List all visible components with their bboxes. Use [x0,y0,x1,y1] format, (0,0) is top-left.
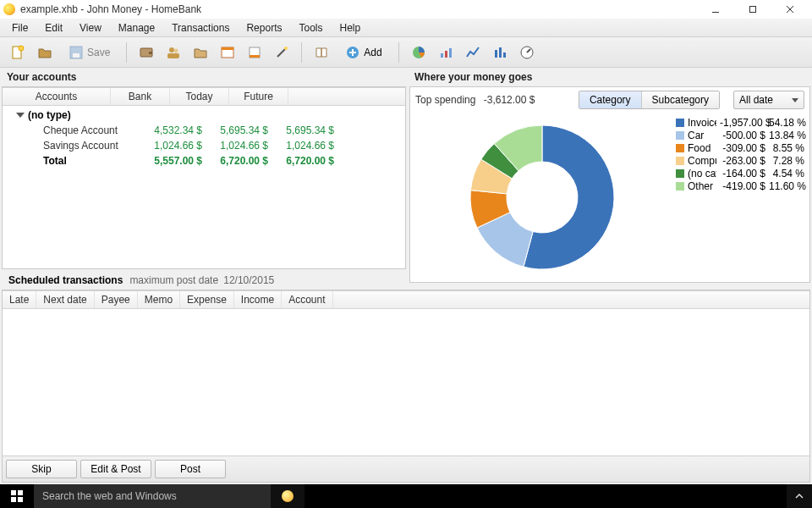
manage-accounts-button[interactable] [135,41,157,64]
menu-tools[interactable]: Tools [292,20,329,36]
legend-label: Car [688,130,716,141]
accounts-group-notype[interactable]: (no type) [3,108,405,123]
window-maximize-button[interactable] [734,1,771,18]
save-button[interactable]: Save [61,41,118,64]
window-close-button[interactable] [771,1,809,18]
svg-rect-34 [18,497,23,502]
start-button[interactable] [0,484,34,508]
top-spending-text: Top spending [415,94,475,106]
sched-col-income[interactable]: Income [234,291,282,308]
menu-file[interactable]: File [5,20,35,36]
accounts-col-accounts[interactable]: Accounts [3,88,111,105]
menu-help[interactable]: Help [333,20,368,36]
spending-legend: Invoices-1,957.00 $54.18 %Car-500.00 $13… [674,113,809,282]
new-file-icon [10,45,25,60]
report-vehicle-button[interactable] [516,41,538,64]
account-row-savings[interactable]: Savings Account 1,024.66 $ 1,024.66 $ 1,… [3,138,405,153]
legend-row[interactable]: Food-309.00 $8.55 % [676,141,804,154]
legend-amount: -1,957.00 $ [720,117,765,129]
account-bank: 1,024.66 $ [136,140,202,152]
manage-categories-button[interactable] [189,41,211,64]
skip-button[interactable]: Skip [6,460,77,478]
gauge-icon [519,45,535,60]
account-row-cheque[interactable]: Cheque Account 4,532.34 $ 5,695.34 $ 5,6… [3,123,405,138]
manage-assign-button[interactable] [271,41,293,64]
legend-row[interactable]: Other-419.00 $11.60 % [676,179,804,192]
total-future: 6,720.00 $ [268,155,334,167]
legend-label: Other [688,180,716,192]
legend-label: Food [688,142,716,154]
post-button[interactable]: Post [155,460,226,478]
open-file-button[interactable] [34,41,56,64]
add-transaction-button[interactable]: Add [337,41,389,64]
report-stats-button[interactable] [408,41,430,64]
new-file-button[interactable] [7,41,29,64]
menu-transactions[interactable]: Transactions [165,20,236,36]
report-balance-button[interactable] [462,41,484,64]
edit-post-button[interactable]: Edit & Post [80,460,151,478]
accounts-col-bank[interactable]: Bank [111,88,170,105]
report-trend-button[interactable] [435,41,457,64]
total-bank: 5,557.00 $ [136,155,202,167]
svg-rect-26 [495,50,497,58]
svg-rect-23 [441,53,443,58]
top-spending-amount: -3,612.00 $ [484,94,535,106]
date-range-select[interactable]: All date [733,91,804,109]
legend-row[interactable]: Car-500.00 $13.84 % [676,129,804,141]
account-today: 1,024.66 $ [202,140,268,152]
sched-col-memo[interactable]: Memo [138,291,180,308]
spending-panel: Top spending -3,612.00 $ Category Subcat… [409,86,810,283]
pie-chart-icon [411,45,426,60]
wallet-icon [139,45,154,60]
accounts-panel: Accounts Bank Today Future (no type) Che… [2,86,406,269]
accounts-col-future[interactable]: Future [229,88,288,105]
segment-subcategory[interactable]: Subcategory [642,91,719,108]
sched-col-payee[interactable]: Payee [95,291,138,308]
segment-category[interactable]: Category [579,91,642,108]
legend-amount: -309.00 $ [720,142,765,154]
legend-label: Invoices [688,117,716,129]
windows-taskbar: Search the web and Windows [0,484,812,508]
legend-row[interactable]: (no category)-164.00 $4.54 % [676,167,804,179]
show-transactions-button[interactable] [310,41,332,64]
accounts-title: Your accounts [3,69,408,85]
svg-rect-9 [149,52,152,54]
sched-col-nextdate[interactable]: Next date [36,291,94,308]
book-icon [314,45,329,60]
svg-rect-16 [250,55,260,58]
date-range-label: All date [739,94,773,106]
svg-rect-24 [445,51,447,58]
manage-archives-button[interactable] [217,41,239,64]
scheduled-panel: Late Next date Payee Memo Expense Income… [2,290,810,483]
legend-swatch-icon [676,131,684,140]
legend-row[interactable]: Computer-263.00 $7.28 % [676,154,804,167]
manage-budget-button[interactable] [244,41,266,64]
add-icon [345,45,360,60]
window-title: example.xhb - John Money - HomeBank [20,3,697,15]
taskbar-search[interactable]: Search the web and Windows [34,484,271,508]
main-toolbar: Save Add [0,37,812,68]
taskbar-tray-chevron[interactable] [787,492,812,500]
line-chart-icon [465,45,480,60]
window-minimize-button[interactable] [697,1,734,18]
scheduled-subtitle-prefix: maximum post date [129,274,218,286]
svg-rect-33 [11,497,16,502]
legend-row[interactable]: Invoices-1,957.00 $54.18 % [676,116,804,129]
accounts-col-today[interactable]: Today [170,88,229,105]
sched-col-late[interactable]: Late [3,291,36,308]
spending-title: Where your money goes [411,69,812,85]
taskbar-app-homebank[interactable] [271,484,304,508]
report-budget-button[interactable] [489,41,511,64]
manage-payees-button[interactable] [162,41,184,64]
svg-rect-14 [222,47,233,50]
sched-col-expense[interactable]: Expense [180,291,234,308]
legend-percent: 7.28 % [769,155,804,167]
menu-view[interactable]: View [73,20,108,36]
svg-rect-1 [750,7,756,13]
menu-manage[interactable]: Manage [112,20,162,36]
svg-line-17 [277,48,286,57]
menu-reports[interactable]: Reports [239,20,288,36]
menu-edit[interactable]: Edit [38,20,69,36]
dropdown-caret-icon [792,98,798,102]
sched-col-account[interactable]: Account [282,291,332,308]
